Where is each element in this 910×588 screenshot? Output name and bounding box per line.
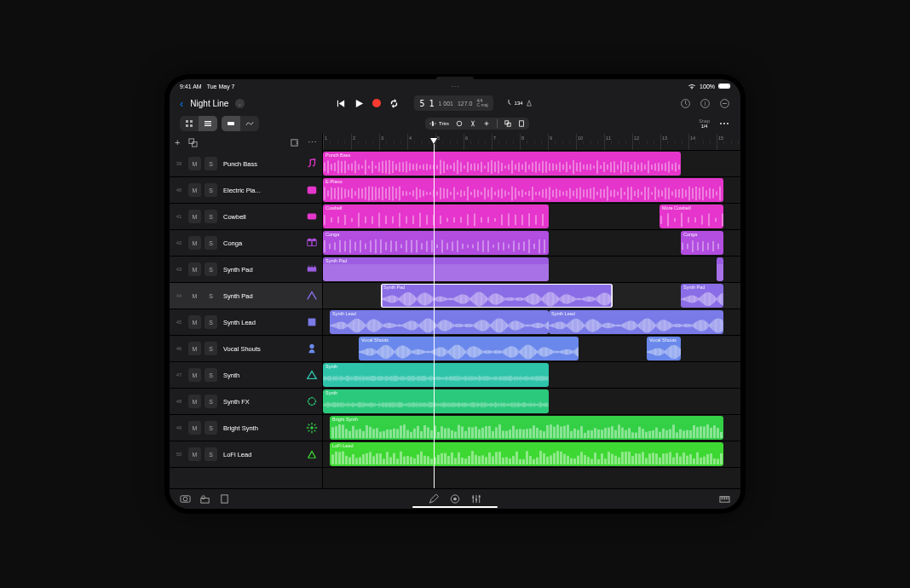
solo-button[interactable]: S [204,289,217,303]
mute-button[interactable]: M [188,421,201,435]
more-handle[interactable]: ⋯ [451,82,459,91]
back-button[interactable]: ‹ [180,97,183,110]
region-10[interactable]: Synth Lead [330,310,549,334]
solo-button[interactable]: S [204,421,217,435]
solo-button[interactable]: S [204,395,217,408]
mute-button[interactable]: M [188,395,201,408]
track-40[interactable]: 40MSElectric Pia... [170,177,322,204]
region-8[interactable]: Synth Pad [381,284,613,308]
lane-44[interactable]: Synth PadSynth Pad [323,283,740,309]
lane-39[interactable]: Punch Bass [323,151,740,177]
lane-42[interactable]: CongaConga [323,230,740,257]
track-48[interactable]: 48MSSynth FX [170,389,322,415]
lane-48[interactable]: Synth [323,389,740,415]
lane-41[interactable]: CowbellMore Cowbell [323,204,740,230]
mixer-button[interactable] [471,493,482,504]
settings-icon[interactable] [719,98,730,109]
lane-50[interactable]: LoFi Lead [323,441,740,468]
region-16[interactable]: Bright Synth [330,416,723,440]
mute-button[interactable]: M [188,368,201,382]
mute-button[interactable]: M [188,447,201,461]
track-name[interactable]: Synth Pad [221,292,302,300]
track-43[interactable]: 43MSSynth Pad [170,257,322,283]
region-14[interactable]: Synth [323,363,549,387]
region-12[interactable]: Vocal Shouts [359,337,579,360]
project-name[interactable]: Night Line [190,99,228,108]
play-button[interactable] [354,99,364,108]
notes-button[interactable] [219,493,230,504]
track-45[interactable]: 45MSSynth Lead [170,309,322,336]
tracks-view-button[interactable] [199,116,217,131]
library-button[interactable] [199,493,210,504]
region-3[interactable]: More Cowbell [659,205,723,228]
track-name[interactable]: Punch Bass [221,160,302,168]
snap-setting[interactable]: Snap 1/4 [699,118,710,129]
solo-button[interactable]: S [204,157,217,170]
solo-button[interactable]: S [204,183,217,197]
track-42[interactable]: 42MSConga [170,230,322,257]
region-11[interactable]: Synth Lead [549,310,723,334]
track-name[interactable]: Synth Lead [221,319,302,326]
join-tool[interactable] [483,120,490,127]
track-name[interactable]: Synth [221,372,302,379]
paste-tool[interactable] [518,120,525,127]
solo-button[interactable]: S [204,342,217,355]
region-1[interactable]: E-Piano [323,178,723,202]
copy-tool[interactable] [504,120,511,127]
rewind-button[interactable] [337,99,346,108]
track-name[interactable]: Conga [221,239,302,247]
lane-40[interactable]: E-Piano [323,177,740,204]
mute-button[interactable]: M [188,315,201,329]
track-output-button[interactable] [290,138,299,147]
mute-button[interactable]: M [188,289,201,303]
mute-button[interactable]: M [188,210,201,223]
track-name[interactable]: Vocal Shouts [221,345,302,353]
project-chevron-icon[interactable]: ⌄ [235,99,245,108]
smart-controls-button[interactable] [450,493,461,504]
history-icon[interactable] [680,98,691,109]
keyboard-button[interactable] [719,493,730,504]
region-7[interactable] [717,257,723,281]
track-44[interactable]: 44MSSynth Pad [170,283,322,309]
solo-button[interactable]: S [204,262,217,276]
region-2[interactable]: Cowbell [323,205,549,228]
record-button[interactable] [372,99,381,107]
track-name[interactable]: Cowbell [221,213,302,221]
region-6[interactable]: Synth Pad [323,257,549,281]
mute-button[interactable]: M [188,157,201,170]
region-13[interactable]: Vocal Shouts [647,337,681,360]
duplicate-track-button[interactable] [188,138,198,147]
regions-view-button[interactable] [222,116,240,131]
track-name[interactable]: Bright Synth [221,424,302,432]
loop-tool[interactable] [456,120,463,127]
track-name[interactable]: Synth Pad [221,266,302,274]
track-50[interactable]: 50MSLoFi Lead [170,441,322,468]
lane-49[interactable]: Bright Synth [323,415,740,441]
tuner-display[interactable]: 134 [505,100,533,107]
solo-button[interactable]: S [204,368,217,382]
split-tool[interactable] [469,120,476,127]
region-4[interactable]: Conga [323,231,549,255]
region-handle-right[interactable] [611,284,613,308]
region-17[interactable]: LoFi Lead [330,442,723,466]
automation-view-button[interactable] [240,116,259,131]
track-more-button[interactable]: ⋯ [308,137,317,148]
track-41[interactable]: 41MSCowbell [170,204,322,230]
track-name[interactable]: Electric Pia... [221,187,302,194]
cycle-button[interactable] [389,99,399,108]
solo-button[interactable]: S [204,210,217,223]
region-5[interactable]: Conga [681,231,723,255]
mute-button[interactable]: M [188,236,201,250]
region-0[interactable]: Punch Bass [323,152,681,176]
lane-46[interactable]: Vocal ShoutsVocal Shouts [323,336,740,362]
move-tool[interactable]: Trim [429,120,449,127]
edit-button[interactable] [429,493,440,504]
more-button[interactable]: ⋯ [719,118,730,130]
solo-button[interactable]: S [204,315,217,329]
solo-button[interactable]: S [204,236,217,250]
lane-45[interactable]: Synth LeadSynth Lead [323,309,740,336]
track-49[interactable]: 49MSBright Synth [170,415,322,441]
region-9[interactable]: Synth Pad [681,284,723,308]
add-track-button[interactable]: + [175,137,180,147]
track-name[interactable]: Synth FX [221,398,302,406]
